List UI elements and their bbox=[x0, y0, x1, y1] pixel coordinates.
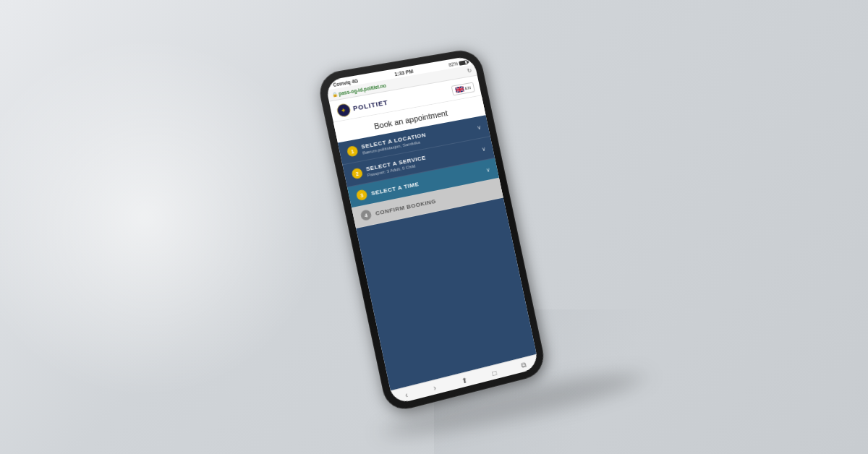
screen-bezel: Comviq 4G 1:33 PM 82% 🔒 pass-og-id.polit… bbox=[325, 56, 540, 406]
step-1-number: 1 bbox=[346, 145, 359, 158]
browser-bookmarks-button[interactable]: □ bbox=[491, 369, 497, 377]
browser-share-button[interactable]: ⬆ bbox=[461, 376, 468, 385]
step-4-number: 4 bbox=[360, 209, 373, 221]
phone-device: Comviq 4G 1:33 PM 82% 🔒 pass-og-id.polit… bbox=[315, 47, 548, 414]
step-3-chevron: ∨ bbox=[485, 166, 490, 174]
phone-screen: Comviq 4G 1:33 PM 82% 🔒 pass-og-id.polit… bbox=[325, 56, 540, 406]
language-button[interactable]: EN bbox=[451, 82, 475, 96]
logo-name: POLITIET bbox=[352, 99, 388, 113]
reload-icon[interactable]: ↻ bbox=[467, 67, 472, 74]
battery-percent: 82% bbox=[448, 61, 459, 67]
step-1-chevron: ∨ bbox=[477, 124, 482, 131]
phone-shell: Comviq 4G 1:33 PM 82% 🔒 pass-og-id.polit… bbox=[315, 47, 548, 414]
step-3-number: 3 bbox=[356, 189, 368, 201]
battery-icon bbox=[459, 60, 468, 66]
logo-emblem: ✦ bbox=[336, 103, 352, 118]
steps-container: 1 SELECT A LOCATION Bærum politistasjon,… bbox=[338, 115, 537, 390]
language-label: EN bbox=[464, 85, 471, 90]
lock-icon: 🔒 bbox=[331, 91, 338, 97]
browser-back-button[interactable]: ‹ bbox=[404, 390, 409, 399]
browser-tabs-button[interactable]: ⧉ bbox=[520, 361, 527, 370]
step-2-number: 2 bbox=[351, 168, 363, 180]
step-2-chevron: ∨ bbox=[481, 145, 486, 153]
browser-forward-button[interactable]: › bbox=[433, 384, 437, 393]
uk-flag-icon bbox=[455, 86, 464, 93]
